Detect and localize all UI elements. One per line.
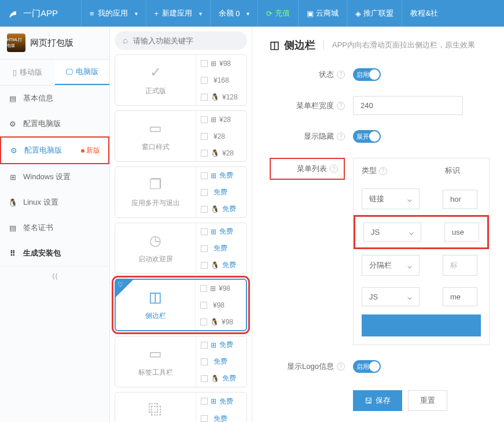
platform-tabs: ▯ 移动版 🖵 电脑版 — [0, 60, 109, 86]
th-type: 类型 ? — [362, 165, 387, 176]
tab-mobile[interactable]: ▯ 移动版 — [0, 60, 55, 85]
price-linux[interactable]: 🐧¥128 — [196, 88, 247, 105]
button-row: 🖫保存 重置 — [270, 390, 504, 411]
help-icon[interactable]: ? — [330, 165, 338, 173]
table-row: 链接⌵ hor — [354, 183, 489, 215]
windows-icon: ⊞ — [211, 172, 216, 180]
help-icon[interactable]: ? — [337, 71, 345, 79]
logo-area[interactable]: 一门APP — [0, 7, 81, 20]
app-name: 网页打包版 — [30, 38, 73, 49]
sliders-icon: ⚙ — [8, 120, 17, 128]
new-badge: 新版 — [81, 146, 100, 156]
save-button[interactable]: 🖫保存 — [353, 390, 402, 411]
windows-icon: ⊞ — [210, 284, 216, 293]
feature-bookmark-toolbar[interactable]: ▭ 标签工具栏 ⊞免费 免费 🐧免费 — [115, 336, 247, 387]
nav-myapps[interactable]: ≡ 我的应用 ▾ — [81, 0, 146, 27]
ident-input[interactable]: 标 — [443, 255, 477, 276]
sliders-icon: ⚙ — [9, 146, 19, 155]
menu-basic-info[interactable]: ▤ 基本信息 — [0, 86, 109, 111]
chevron-down-icon: ▾ — [247, 10, 249, 17]
toolbar-icon: ▭ — [149, 346, 162, 362]
windows-icon: ⊞ — [211, 397, 216, 405]
ident-input[interactable]: hor — [443, 190, 477, 209]
store-icon: ▣ — [307, 9, 314, 18]
feature-splash[interactable]: ◷ 启动欢迎屏 ⊞免费 免费 🐧免费 — [115, 223, 247, 274]
hamburger-icon: ≡ — [90, 9, 94, 18]
feature-sidebar[interactable]: ◫ 侧边栏 ⊞¥98 ¥98 🐧¥98 — [115, 279, 247, 331]
ident-input[interactable]: me — [443, 287, 477, 306]
linux-icon: 🐧 — [211, 93, 219, 101]
windows-icon: ⊞ — [211, 228, 216, 236]
type-select[interactable]: JS⌵ — [363, 223, 421, 242]
table-row: JS⌵ me — [354, 282, 489, 312]
nav-balance[interactable]: 余额 0 ▾ — [210, 0, 257, 27]
linux-icon: 🐧 — [211, 375, 219, 383]
help-icon[interactable]: ? — [379, 167, 387, 175]
menu-sign-cert[interactable]: ▤ 签名证书 — [0, 215, 109, 240]
price-mac[interactable]: ¥168 — [196, 72, 247, 88]
status-toggle[interactable]: 启用 — [353, 68, 381, 81]
app-icon: HTML打包版 — [7, 34, 25, 52]
menu-list: ▤ 基本信息 ⚙ 配置电脑版 ⚙ 配置电脑版 新版 ⊞ Windows 设置 🐧… — [0, 86, 109, 266]
help-icon[interactable]: ? — [337, 362, 345, 371]
type-select[interactable]: 链接⌵ — [362, 188, 420, 209]
feature-official[interactable]: ✓ 正式版 ⊞¥98 ¥168 🐧¥128 — [115, 54, 247, 106]
chevron-down-icon: ⌵ — [407, 261, 412, 270]
monitor-icon: 🖵 — [65, 68, 73, 76]
nav-promotion[interactable]: ◈ 推广联盟 — [347, 0, 402, 27]
sidebar-icon: ◫ — [149, 289, 162, 305]
add-row-button[interactable] — [362, 314, 481, 336]
nav-newapp[interactable]: + 新建应用 ▾ — [146, 0, 211, 27]
info-icon: ▤ — [8, 94, 17, 103]
th-ident: 标识 — [445, 165, 460, 176]
feature-multiopen[interactable]: ❐ 应用多开与退出 ⊞免费 免费 🐧免费 — [115, 166, 247, 218]
collapse-icon: ⟨⟨ — [52, 272, 58, 280]
search-input[interactable] — [133, 36, 239, 45]
content-area: ◫ 侧边栏 APP内向右滑动页面拉出侧边栏，原生效果 状态? 启用 菜单栏宽度?… — [252, 27, 504, 422]
sidebar-icon: ◫ — [270, 39, 279, 51]
nav-recharge[interactable]: ⟳ 充值 — [257, 0, 298, 27]
help-icon[interactable]: ? — [337, 132, 345, 140]
content-header: ◫ 侧边栏 APP内向右滑动页面拉出侧边栏，原生效果 — [270, 38, 504, 52]
row-width: 菜单栏宽度? — [270, 96, 504, 115]
mobile-icon: ▯ — [13, 68, 17, 77]
menu-windows-settings[interactable]: ⊞ Windows 设置 — [0, 164, 109, 190]
search-box[interactable]: ⌕ — [115, 31, 247, 50]
left-sidebar: HTML打包版 网页打包版 ▯ 移动版 🖵 电脑版 ▤ 基本信息 ⚙ 配置电脑版 — [0, 27, 110, 422]
logo-text: 一门APP — [23, 8, 58, 19]
windows-icon: ⊞ — [211, 116, 216, 124]
nav-cloudmall[interactable]: ▣ 云商城 — [298, 0, 347, 27]
feature-window-style[interactable]: ▭ 窗口样式 ⊞¥28 ¥28 🐧¥28 — [115, 110, 247, 162]
help-icon[interactable]: ? — [337, 102, 345, 110]
table-row-highlighted: JS⌵ use — [354, 215, 489, 249]
menu-config-desktop-new[interactable]: ⚙ 配置电脑版 新版 — [0, 136, 109, 164]
nav-tutorial[interactable]: 教程&社 — [402, 0, 446, 27]
chevron-down-icon: ⌵ — [409, 228, 414, 236]
linux-icon: 🐧 — [8, 198, 17, 207]
page-title: ◫ 侧边栏 — [270, 38, 315, 52]
menu-build-package[interactable]: ⠿ 生成安装包 — [0, 240, 109, 266]
favorite-badge — [116, 280, 133, 297]
cert-icon: ▤ — [8, 224, 17, 232]
row-toggle-show: 显示隐藏? 展开 — [270, 130, 504, 143]
width-input[interactable] — [353, 96, 463, 115]
collapse-sidebar[interactable]: ⟨⟨ — [0, 266, 109, 286]
type-select[interactable]: 分隔栏⌵ — [362, 255, 420, 276]
windows-icon: ⊞ — [211, 341, 216, 349]
logo-toggle[interactable]: 启用 — [353, 360, 381, 373]
show-toggle[interactable]: 展开 — [353, 130, 381, 143]
refresh-icon: ⟳ — [266, 9, 273, 18]
linux-icon: 🐧 — [210, 318, 219, 326]
feature-partial[interactable]: ⿻ ⊞免费 免费 — [115, 392, 247, 422]
menu-linux-settings[interactable]: 🐧 Linux 设置 — [0, 190, 109, 215]
search-icon: ⌕ — [123, 35, 128, 46]
chevron-down-icon: ⌵ — [407, 293, 412, 301]
menu-config-desktop[interactable]: ⚙ 配置电脑版 — [0, 111, 109, 136]
ident-input[interactable]: use — [444, 223, 479, 242]
reset-button[interactable]: 重置 — [408, 390, 447, 411]
linux-icon: 🐧 — [211, 261, 219, 269]
type-select[interactable]: JS⌵ — [362, 287, 420, 306]
plus-icon: + — [154, 9, 159, 18]
tab-desktop[interactable]: 🖵 电脑版 — [55, 60, 110, 85]
price-win[interactable]: ⊞¥98 — [196, 55, 247, 72]
